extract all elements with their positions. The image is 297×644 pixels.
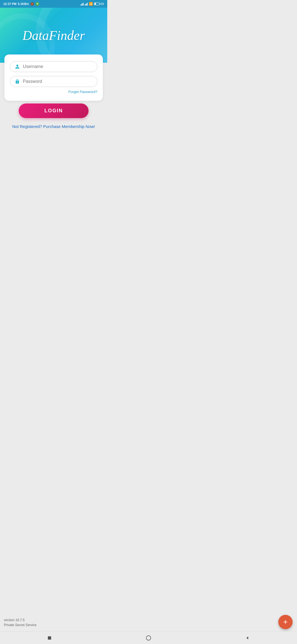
username-input[interactable] xyxy=(23,64,93,69)
app-title-text: DataFinder xyxy=(23,28,85,43)
status-left: 12:37 PM 5.1KB/s 🔕 B xyxy=(3,2,39,6)
battery-level: 39 xyxy=(101,2,104,6)
login-card: Forget Password? xyxy=(4,54,103,101)
app-notification-icon: B xyxy=(35,2,39,6)
app-title: DataFinder xyxy=(23,28,85,43)
lock-icon xyxy=(15,79,20,84)
status-bar: 12:37 PM 5.1KB/s 🔕 B 📶 39 xyxy=(0,0,107,8)
time-label: 12:37 PM xyxy=(3,2,16,6)
wifi-icon: 📶 xyxy=(89,2,93,6)
speed-label: 5.1KB/s xyxy=(18,2,29,6)
username-input-row xyxy=(10,61,97,72)
password-input[interactable] xyxy=(23,79,93,84)
signal-icon-2 xyxy=(85,2,88,6)
register-link-section: Not Registered? Purchase Membership Now! xyxy=(0,124,107,129)
login-button-wrap: LOGIN xyxy=(0,103,107,118)
status-right: 📶 39 xyxy=(81,2,104,6)
user-icon xyxy=(15,64,20,69)
battery-icon xyxy=(94,2,100,5)
forget-password-link[interactable]: Forget Password? xyxy=(68,90,98,94)
password-input-row xyxy=(10,76,97,87)
mute-icon: 🔕 xyxy=(30,2,34,6)
login-button[interactable]: LOGIN xyxy=(19,103,89,118)
forget-password-section: Forget Password? xyxy=(10,89,97,94)
register-link[interactable]: Not Registered? Purchase Membership Now! xyxy=(12,124,95,129)
signal-icon-1 xyxy=(81,2,84,6)
battery-fill xyxy=(95,3,96,5)
